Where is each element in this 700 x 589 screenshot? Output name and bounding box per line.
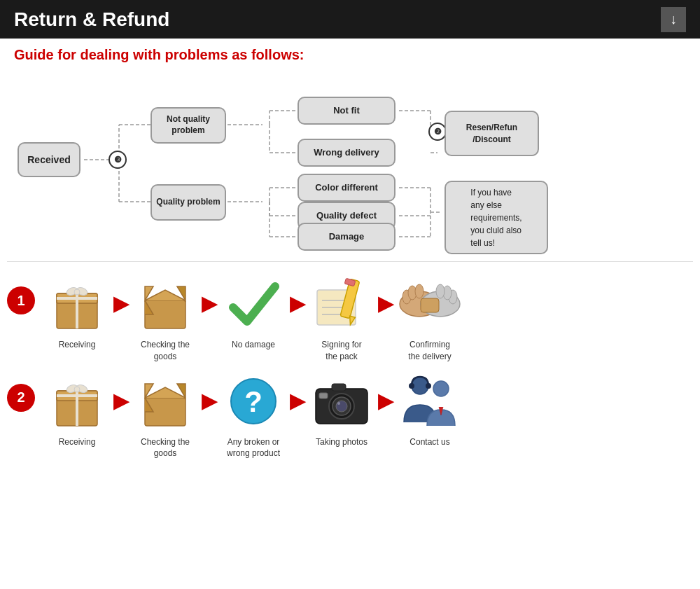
step-1-badge: 1 <box>7 286 35 314</box>
steps-flow-2: Receiving ▶ <box>42 370 693 460</box>
svg-point-45 <box>415 284 424 298</box>
step-label: Any broken or wrong product <box>227 436 280 460</box>
receiving-icon <box>42 272 112 335</box>
pencil-icon <box>307 272 377 335</box>
arrow: ▶ <box>112 389 130 413</box>
question-icon: ? <box>218 370 288 433</box>
svg-point-32 <box>74 289 80 295</box>
check-icon <box>218 272 288 335</box>
step-item: Signing for the pack <box>307 272 377 363</box>
step-label: Receiving <box>59 339 96 351</box>
checking-icon <box>130 272 200 335</box>
node-color-different: Color different <box>298 174 396 202</box>
node-resen: Resen/Refun /Discount <box>444 111 539 156</box>
step-label: No damage <box>232 339 275 351</box>
step-label: Taking photos <box>316 436 368 448</box>
node-not-quality: Not quality problem <box>150 107 226 144</box>
step-item: Confirming the delivery <box>395 272 465 363</box>
node-damage: Damage <box>298 223 396 251</box>
step-label: Checking the goods <box>141 436 190 460</box>
steps-flow-1: Receiving ▶ <box>42 272 693 363</box>
svg-text:?: ? <box>244 385 262 418</box>
svg-point-70 <box>433 381 449 396</box>
receiving-2-icon <box>42 370 112 433</box>
svg-point-68 <box>409 383 414 389</box>
process-row-2: 2 Re <box>7 370 693 460</box>
svg-point-56 <box>74 387 80 392</box>
svg-point-69 <box>426 383 431 389</box>
node-not-fit: Not fit <box>298 97 396 125</box>
guide-subtitle: Guide for dealing with problems as follo… <box>0 39 700 69</box>
svg-rect-66 <box>319 393 328 399</box>
step-item: Taking photos <box>307 370 377 448</box>
step-item: ? Any broken or wrong product <box>218 370 288 460</box>
node-requirements: If you have any else requirements, you c… <box>444 181 548 254</box>
arrow: ▶ <box>377 292 395 315</box>
step-item: Checking the goods <box>130 272 200 363</box>
arrow: ▶ <box>200 389 218 413</box>
arrow: ▶ <box>112 292 130 315</box>
svg-point-63 <box>336 401 347 412</box>
divider <box>7 261 693 262</box>
page-title: Return & Refund <box>14 8 169 31</box>
step-label: Receiving <box>59 436 96 448</box>
step-item: Receiving <box>42 272 112 351</box>
process-section: 1 <box>0 265 700 589</box>
process-row-1: 1 <box>7 272 693 363</box>
arrow: ▶ <box>377 389 395 413</box>
main-container: Return & Refund ↓ Guide for dealing with… <box>0 0 700 589</box>
step-label: Checking the goods <box>141 339 190 363</box>
step-item: Contact us <box>395 370 465 448</box>
step-label: Contact us <box>410 436 449 448</box>
step-item: Checking the goods <box>130 370 200 460</box>
person-icon <box>395 370 465 433</box>
header: Return & Refund ↓ <box>0 0 700 39</box>
svg-rect-49 <box>421 298 439 312</box>
arrow: ▶ <box>288 292 307 315</box>
svg-rect-65 <box>332 384 346 391</box>
step-label: Signing for the pack <box>321 339 361 363</box>
camera-icon <box>307 370 377 433</box>
svg-point-64 <box>337 402 340 405</box>
node-quality: Quality problem <box>150 184 226 221</box>
svg-point-48 <box>436 284 444 298</box>
node-wrong-delivery: Wrong delivery <box>298 139 396 167</box>
arrow-icon: ↓ <box>661 7 686 32</box>
node-received: Received <box>18 142 80 177</box>
handshake-icon <box>395 272 465 335</box>
step-label: Confirming the delivery <box>408 339 451 363</box>
step-item: Receiving <box>42 370 112 448</box>
step-2-badge: 2 <box>7 384 35 412</box>
flowchart: Received ❸ Not quality problem Quality p… <box>10 72 690 247</box>
checking-2-icon <box>130 370 200 433</box>
step-item: No damage <box>218 272 288 351</box>
badge-3: ❸ <box>108 151 127 169</box>
arrow: ▶ <box>200 292 218 315</box>
flowchart-section: Received ❸ Not quality problem Quality p… <box>0 69 700 258</box>
arrow: ▶ <box>288 389 307 413</box>
